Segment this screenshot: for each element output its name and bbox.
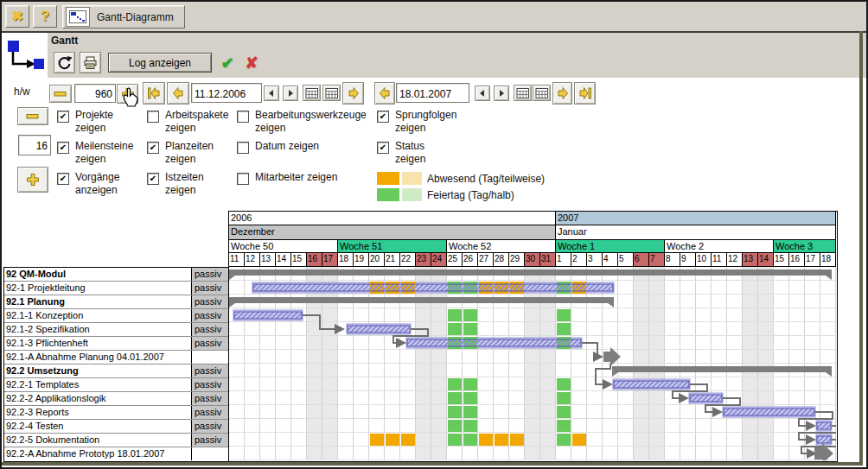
task-row[interactable]: 92.2-3 Reportspassiv — [4, 406, 228, 420]
task-name[interactable]: 92.1-3 Pflichtenheft — [4, 337, 192, 350]
task-row[interactable]: 92.2-5 Dokumentationpassiv — [4, 434, 228, 447]
date-from-step-back-button[interactable] — [264, 86, 279, 101]
width-input[interactable] — [74, 84, 116, 103]
task-name[interactable]: 92.2-3 Reports — [4, 406, 192, 419]
checkbox-box[interactable] — [147, 111, 159, 123]
nav-back-button[interactable] — [167, 82, 189, 105]
task-name[interactable]: 92 QM-Modul — [4, 268, 192, 281]
close-button[interactable]: ✖ — [5, 5, 29, 28]
day-header-cell: 17 — [322, 253, 338, 267]
confirm-icon[interactable]: ✔ — [217, 53, 238, 73]
checkbox-box[interactable] — [237, 173, 249, 185]
week-cell: Woche 52 — [447, 240, 556, 253]
legend-holiday-label: Feiertag (Tag/halb) — [427, 189, 514, 201]
link-arrow — [603, 379, 613, 390]
day-header-cell: 5 — [618, 253, 634, 267]
summary-bar[interactable] — [229, 269, 832, 276]
date-from-input[interactable] — [191, 83, 262, 103]
task-row[interactable]: 92 QM-Modulpassiv — [4, 268, 228, 282]
task-name[interactable]: 92-1 Projektleitung — [4, 282, 192, 295]
year-cell: 2007 — [556, 212, 836, 225]
task-name[interactable]: 92.2 Umsetzung — [4, 364, 192, 377]
task-bar[interactable] — [817, 422, 831, 429]
task-row[interactable]: 92.1-3 Pflichtenheftpassiv — [4, 337, 228, 351]
task-row[interactable]: 92-1 Projektleitungpassiv — [4, 282, 228, 295]
task-name[interactable]: 92.1-1 Konzeption — [4, 309, 192, 322]
nav-first-button[interactable] — [143, 82, 165, 105]
nav-last-button[interactable] — [574, 82, 596, 105]
task-bar[interactable] — [614, 381, 689, 388]
date-from-calendar-button[interactable] — [303, 85, 321, 101]
task-row[interactable]: 92.2-4 Testenpassiv — [4, 420, 228, 434]
task-name[interactable]: 92.2-2 Applikationslogik — [4, 392, 192, 405]
checkbox-box[interactable]: ✔ — [377, 111, 389, 123]
cancel-icon[interactable]: ✘ — [241, 53, 262, 73]
status-cell — [495, 434, 508, 446]
date-from-step-forward-button[interactable] — [283, 86, 298, 101]
summary-bar[interactable] — [612, 366, 832, 372]
task-name[interactable]: 92.2-4 Testen — [4, 420, 192, 433]
task-row[interactable]: 92.2-2 Applikationslogikpassiv — [4, 392, 228, 406]
date-to-forward-button[interactable] — [552, 82, 572, 105]
date-to-calendar-button[interactable] — [514, 85, 532, 101]
task-bar[interactable] — [817, 436, 831, 443]
day-header-cell: 15 — [291, 253, 307, 267]
milestone[interactable] — [603, 347, 621, 366]
height-input[interactable] — [18, 135, 51, 155]
height-decrease-button[interactable] — [17, 107, 48, 125]
date-to-back-button[interactable] — [374, 82, 395, 105]
task-bar[interactable] — [348, 326, 410, 333]
date-to-input[interactable] — [396, 83, 469, 103]
task-name[interactable]: 92.1-A Abnahme Planung 04.01.2007 — [4, 351, 192, 364]
task-bar[interactable] — [407, 339, 581, 346]
help-button[interactable]: ? — [33, 5, 57, 28]
summary-bar[interactable] — [229, 297, 614, 303]
refresh-button[interactable] — [54, 52, 75, 73]
date-to-step-back-button[interactable] — [475, 86, 490, 101]
date-from-calendar2-button[interactable] — [322, 85, 341, 101]
status-cell — [463, 406, 477, 418]
day-header-cell: 3 — [587, 253, 603, 267]
status-cell — [386, 434, 399, 446]
checkbox-box[interactable]: ✔ — [57, 111, 69, 123]
task-status: passiv — [192, 392, 228, 405]
checkbox-box[interactable]: ✔ — [377, 142, 389, 154]
height-increase-button[interactable] — [17, 167, 48, 193]
checkbox-box[interactable] — [237, 142, 249, 154]
checkbox-box[interactable] — [237, 111, 249, 123]
task-name[interactable]: 92.2-1 Templates — [4, 378, 192, 391]
status-cell — [463, 323, 477, 335]
checkbox-box[interactable]: ✔ — [147, 142, 159, 154]
task-name[interactable]: 92.1 Planung — [4, 295, 192, 308]
tab-gantt-diagramm[interactable]: Gantt-Diagramm — [62, 5, 185, 29]
task-row[interactable]: 92.1-2 Spezifikationpassiv — [4, 323, 228, 337]
checkbox-box[interactable]: ✔ — [57, 142, 69, 154]
legend-absent-label: Abwesend (Tag/teilweise) — [427, 173, 545, 185]
date-to-calendar2-button[interactable] — [533, 85, 551, 101]
legend-absent-partial-swatch — [402, 172, 422, 185]
print-button[interactable] — [80, 52, 101, 73]
task-bar[interactable] — [234, 312, 302, 319]
status-cell — [572, 434, 586, 446]
width-decrease-button[interactable] — [49, 85, 72, 103]
top-toolbar: ✖ ? Gantt-Diagramm — [2, 2, 866, 33]
task-name[interactable]: 92.2-A Abnahme Prototyp 18.01.2007 — [4, 447, 192, 460]
task-bar[interactable] — [690, 395, 722, 402]
status-cell — [463, 434, 477, 446]
checkbox-box[interactable]: ✔ — [147, 173, 159, 185]
task-bar[interactable] — [253, 284, 613, 291]
task-row[interactable]: 92.2-A Abnahme Prototyp 18.01.2007 — [4, 447, 228, 460]
task-name[interactable]: 92.1-2 Spezifikation — [4, 323, 192, 336]
task-row[interactable]: 92.1-1 Konzeptionpassiv — [4, 309, 228, 323]
task-row[interactable]: 92.2-1 Templatespassiv — [4, 378, 228, 392]
task-row[interactable]: 92.1 Planungpassiv — [4, 295, 228, 309]
task-name[interactable]: 92.2-5 Dokumentation — [4, 434, 192, 447]
task-row[interactable]: 92.2 Umsetzungpassiv — [4, 364, 228, 378]
gantt-bars-layer — [229, 267, 836, 460]
date-from-forward-button[interactable] — [342, 82, 364, 105]
task-row[interactable]: 92.1-A Abnahme Planung 04.01.2007 — [4, 351, 228, 364]
date-to-step-forward-button[interactable] — [494, 86, 509, 101]
checkbox-box[interactable]: ✔ — [57, 173, 69, 185]
log-button[interactable]: Log anzeigen — [108, 53, 212, 73]
task-bar[interactable] — [724, 409, 814, 415]
